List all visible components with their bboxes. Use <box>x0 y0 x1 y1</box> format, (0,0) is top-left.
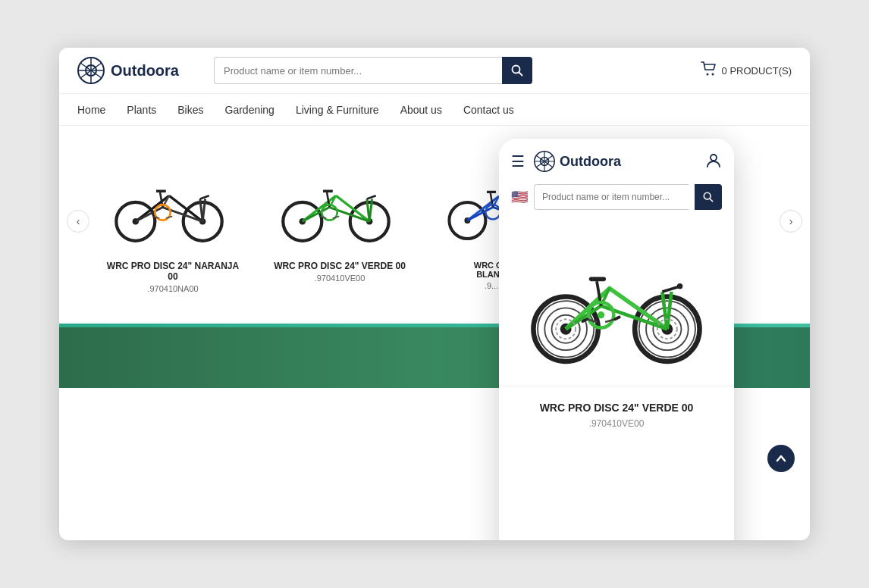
nav-living[interactable]: Living & Furniture <box>296 104 379 116</box>
mobile-search-icon <box>703 192 714 202</box>
product-name-1: WRC PRO DISC 24" NARANJA 00 <box>105 261 241 282</box>
mobile-search-button[interactable] <box>695 184 722 210</box>
site-nav: Home Plants Bikes Gardening Living & Fur… <box>59 94 810 126</box>
product-card-1[interactable]: WRC PRO DISC 24" NARANJA 00 .970410NA00 <box>97 149 249 301</box>
svg-point-69 <box>711 155 717 161</box>
user-svg <box>705 152 722 168</box>
svg-line-7 <box>519 73 522 76</box>
svg-line-21 <box>200 195 209 199</box>
cart-count: 0 PRODUCT(S) <box>722 65 792 77</box>
mobile-search-area: 🇺🇸 <box>499 178 734 219</box>
svg-line-71 <box>710 199 713 202</box>
site-header: Outdoora 0 PRODUCT(S) <box>59 48 810 94</box>
mobile-header: ☰ Outdoora <box>499 139 734 178</box>
product-image-1 <box>105 156 234 255</box>
product-name-2: WRC PRO DISC 24" VERDE 00 <box>271 261 408 271</box>
mobile-menu-icon[interactable]: ☰ <box>511 152 525 170</box>
scroll-top-button[interactable] <box>767 445 795 472</box>
product-image-2 <box>271 156 400 255</box>
cart-svg <box>701 61 717 77</box>
flag-icon: 🇺🇸 <box>511 189 528 205</box>
nav-home[interactable]: Home <box>77 104 105 116</box>
mobile-logo-area: Outdoora <box>534 151 705 172</box>
mobile-user-icon[interactable] <box>705 152 722 172</box>
bike-svg-green <box>271 160 400 251</box>
mobile-product-sku: .970410VE00 <box>511 418 722 429</box>
search-area <box>214 57 532 84</box>
mobile-overlay: ☰ Outdoora 🇺🇸 <box>499 139 734 540</box>
bike-svg-orange <box>105 160 234 251</box>
cart-icon <box>701 61 717 80</box>
search-button[interactable] <box>502 57 532 84</box>
chevron-up-icon <box>775 452 787 464</box>
mobile-search-input[interactable] <box>534 184 689 210</box>
mobile-product-name: WRC PRO DISC 24" VERDE 00 <box>511 402 722 414</box>
mobile-product-info: WRC PRO DISC 24" VERDE 00 .970410VE00 <box>499 386 734 441</box>
svg-line-85 <box>662 287 678 292</box>
svg-line-32 <box>336 195 369 221</box>
logo-icon <box>77 57 105 84</box>
mobile-brand-name: Outdoora <box>560 154 621 170</box>
logo-area: Outdoora <box>77 57 199 84</box>
product-sku-2: .970410VE00 <box>271 274 408 283</box>
svg-line-93 <box>582 319 587 321</box>
svg-point-86 <box>677 283 682 289</box>
nav-about[interactable]: About us <box>400 104 442 116</box>
mobile-product-image-area <box>499 219 734 386</box>
carousel-prev-button[interactable]: ‹ <box>67 210 89 233</box>
nav-bikes[interactable]: Bikes <box>177 104 203 116</box>
svg-line-38 <box>367 195 376 199</box>
nav-gardening[interactable]: Gardening <box>225 104 275 116</box>
svg-point-90 <box>598 311 604 318</box>
cart-area[interactable]: 0 PRODUCT(S) <box>701 61 792 80</box>
search-input[interactable] <box>214 57 502 84</box>
nav-contact[interactable]: Contact us <box>463 104 514 116</box>
svg-line-94 <box>615 317 620 320</box>
svg-line-15 <box>169 195 202 221</box>
search-icon <box>511 64 523 77</box>
product-card-2[interactable]: WRC PRO DISC 24" VERDE 00 .970410VE00 <box>264 149 416 290</box>
svg-point-9 <box>711 73 714 75</box>
brand-name: Outdoora <box>111 62 179 80</box>
mobile-bike-svg <box>518 234 715 371</box>
mobile-logo-icon <box>534 151 555 172</box>
carousel-next-button[interactable]: › <box>780 210 802 233</box>
svg-point-8 <box>706 73 708 75</box>
nav-plants[interactable]: Plants <box>127 104 156 116</box>
product-sku-1: .970410NA00 <box>105 284 241 293</box>
desktop-window: Outdoora 0 PRODUCT(S) Home <box>59 48 810 540</box>
